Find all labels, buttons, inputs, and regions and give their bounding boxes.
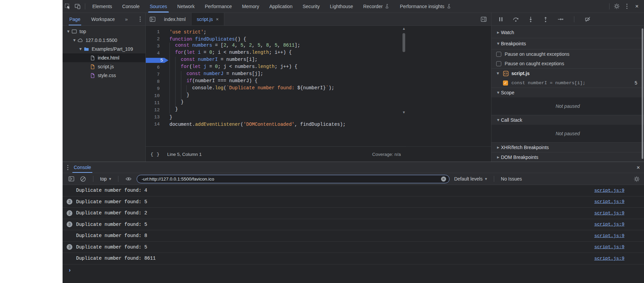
line-number[interactable]: 12 [146,108,165,113]
console-source-link[interactable]: script.js:9 [594,244,624,250]
line-number[interactable]: 13 [146,115,165,120]
tab-console[interactable]: Console [117,0,144,13]
line-number[interactable]: 2 [146,37,165,42]
tab-memory[interactable]: Memory [237,0,264,13]
scroll-up-icon[interactable]: ▲ [401,27,406,30]
code-token: let [186,50,195,55]
tab-lighthouse[interactable]: Lighthouse [325,0,358,13]
code-token: ; j < numbers. [218,64,258,69]
code-line-content: } [165,99,184,107]
scrollbar-thumb[interactable] [402,33,405,52]
tab-performance[interactable]: Performance [200,0,237,13]
step-over-icon[interactable] [512,16,519,23]
tree-item-index-html[interactable]: index.html [63,53,145,62]
pause-caught-exceptions-row[interactable]: Pause on caught exceptions [491,59,644,69]
console-message-row: 3Duplicate number found: 5script.js:9 [63,196,644,208]
close-tab-icon[interactable]: × [216,17,218,22]
line-number[interactable]: 6 [146,65,165,70]
line-number[interactable]: 1 [146,29,165,34]
more-tabs-chevron[interactable]: » [125,16,128,22]
editor-scrollbar[interactable]: ▲ ▼ [401,26,406,146]
hide-navigator-panel-icon[interactable] [146,13,159,25]
step-into-icon[interactable] [527,16,534,23]
scroll-down-icon[interactable]: ▼ [401,111,406,114]
console-context-selector[interactable]: top ▼ [100,176,111,182]
tab-recorder[interactable]: Recorder [358,0,395,13]
editor-tab-script-js[interactable]: script.js× [191,13,225,25]
pretty-print-button[interactable]: { } [151,152,160,157]
line-number[interactable]: 10 [146,93,165,98]
console-filter-input[interactable] [141,176,438,182]
tree-item-top[interactable]: ▼top [63,27,145,36]
breakpoint-file-group[interactable]: ▼ script.js [491,69,644,78]
dom-breakpoints-section-header[interactable]: ▶ DOM Breakpoints [491,152,644,162]
clear-console-icon[interactable] [79,175,86,182]
deactivate-breakpoints-icon[interactable] [584,16,591,23]
console-source-link[interactable]: script.js:9 [594,256,624,261]
step-out-icon[interactable] [542,16,549,23]
devtools-close-icon[interactable]: × [632,1,642,11]
editor-tab-index-html[interactable]: index.html [159,13,191,25]
drawer-kebab-icon[interactable] [67,165,68,170]
console-source-link[interactable]: script.js:9 [594,199,624,204]
watch-section-header[interactable]: ▶ Watch [491,27,644,38]
code-token: , [269,43,275,48]
breakpoints-section-header[interactable]: ▼ Breakpoints [491,38,644,49]
tab-label: Recorder [363,4,383,9]
console-source-link[interactable]: script.js:9 [594,188,624,193]
pause-script-icon[interactable] [498,16,504,23]
line-number[interactable]: 9 [146,86,165,91]
tab-elements[interactable]: Elements [87,0,117,13]
drawer-tab-console[interactable]: Console [72,162,92,173]
step-icon[interactable] [557,16,564,23]
tree-item-script-js[interactable]: script.js [63,62,145,71]
tab-sources[interactable]: Sources [145,0,172,13]
call-stack-section-header[interactable]: ▼ Call Stack [491,115,644,125]
issues-counter[interactable]: No Issues [501,176,522,182]
navigator-kebab-icon[interactable] [140,17,141,22]
hide-debugger-panel-icon[interactable] [476,13,491,25]
console-source-link[interactable]: script.js:9 [594,211,624,216]
scope-section-header[interactable]: ▼ Scope [491,88,644,97]
line-number[interactable]: 3 [146,44,165,49]
code-editor[interactable]: 1'use strict';2function findDuplicates()… [146,26,406,149]
settings-gear-icon[interactable] [612,1,622,11]
sidebar-scrollbar-thumb[interactable] [642,28,643,159]
line-number[interactable]: 7 [146,72,165,77]
navigator-tab-page[interactable]: Page [69,13,81,25]
breakpoint-entry-row[interactable]: ✓ const numberI = numbers[i]; 5 [491,78,644,88]
line-number[interactable]: 11 [146,100,165,105]
xhr-breakpoints-section-header[interactable]: ▶ XHR/fetch Breakpoints [491,143,644,152]
navigator-tab-workspace[interactable]: Workspace [91,13,116,25]
code-line-content: for(let i = 0; i < numbers.length; i++) … [165,50,292,57]
device-toolbar-icon[interactable] [73,1,83,11]
tab-network[interactable]: Network [172,0,200,13]
tab-performance-insights[interactable]: Performance insights [395,0,457,13]
checkbox-unchecked-icon[interactable] [496,52,501,57]
log-levels-dropdown[interactable]: Default levels ▼ [454,176,487,182]
checkbox-checked-icon[interactable]: ✓ [503,80,508,86]
tab-security[interactable]: Security [298,0,325,13]
indent-guide [181,92,187,99]
code-token: ${numberI} [297,85,326,91]
tree-item-127-0-0-1-5500[interactable]: ▼127.0.0.1:5500 [63,36,145,45]
tab-application[interactable]: Application [264,0,298,13]
main-menu-kebab-icon[interactable] [622,1,632,11]
show-console-sidebar-icon[interactable] [68,175,75,182]
breakpoint-marker[interactable]: 5 [146,58,168,63]
clear-filter-icon[interactable]: ✕ [441,176,446,182]
live-expression-eye-icon[interactable] [125,175,132,182]
console-prompt-row[interactable]: › [63,264,644,274]
pause-uncaught-exceptions-row[interactable]: Pause on uncaught exceptions [491,49,644,59]
line-number[interactable]: 8 [146,79,165,84]
tree-item-style-css[interactable]: style.css [63,71,145,80]
line-number[interactable]: 14 [146,122,165,127]
console-source-link[interactable]: script.js:9 [594,222,624,227]
tree-item-examples-part-109[interactable]: ▼Examples/Part_109 [63,45,145,53]
inspect-icon[interactable] [63,1,73,11]
console-settings-gear-icon[interactable] [633,175,640,182]
line-number[interactable]: 4 [146,51,165,56]
drawer-close-icon[interactable]: × [637,162,640,173]
console-source-link[interactable]: script.js:9 [594,233,624,238]
checkbox-unchecked-icon[interactable] [496,61,501,66]
